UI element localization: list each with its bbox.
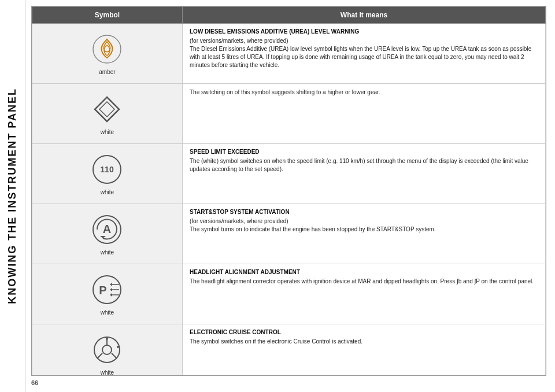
symbols-table: Symbol What it means xyxy=(32,6,546,376)
symbol-label-startstop: white xyxy=(101,249,114,256)
page-number: 66 xyxy=(31,379,546,386)
startstop-icon: A xyxy=(90,212,125,247)
symbol-label-headlight: white xyxy=(101,309,114,316)
svg-point-21 xyxy=(106,338,108,340)
symbol-cell-headlight: P white xyxy=(32,264,183,324)
desc-text-diamond: The switching on of this symbol suggests… xyxy=(190,88,538,97)
svg-line-20 xyxy=(97,353,102,358)
desc-text-startstop: (for versions/markets, where provided)Th… xyxy=(190,217,538,234)
desc-cell-diamond: The switching on of this symbol suggests… xyxy=(183,84,546,144)
speed-limit-icon: 110 xyxy=(90,152,125,187)
desc-cell-urea: LOW DIESEL EMISSIONS ADDITIVE (UREA) LEV… xyxy=(183,24,546,84)
desc-text-headlight: The headlight alignment corrector operat… xyxy=(190,278,538,286)
svg-marker-15 xyxy=(110,293,112,297)
svg-marker-13 xyxy=(110,283,112,286)
symbol-cell-speed: 110 white xyxy=(32,144,183,204)
cruise-control-icon xyxy=(90,332,125,367)
svg-text:A: A xyxy=(103,223,111,235)
table-row: white The switching on of this symbol su… xyxy=(32,84,546,144)
symbol-cell-cruise: white xyxy=(32,324,183,376)
main-content: Symbol What it means xyxy=(25,0,555,392)
table-row: 110 white SPEED LIMIT EXCEEDED The (whit… xyxy=(32,144,546,204)
instrument-table: Symbol What it means xyxy=(31,6,546,376)
symbol-urea-container: amber xyxy=(37,27,177,80)
svg-marker-2 xyxy=(99,102,114,117)
desc-text-cruise: The symbol switches on if the electronic… xyxy=(190,338,538,346)
symbol-label-diamond: white xyxy=(101,129,114,135)
col-header-symbol: Symbol xyxy=(32,7,183,24)
symbol-cruise-container: white xyxy=(37,328,177,376)
desc-text-speed: The (white) symbol switches on when the … xyxy=(190,157,538,173)
desc-title-cruise: ELECTRONIC CRUISE CONTROL xyxy=(190,329,538,335)
svg-point-17 xyxy=(102,345,112,354)
symbol-label-cruise: white xyxy=(101,369,114,376)
desc-title-urea: LOW DIESEL EMISSIONS ADDITIVE (UREA) LEV… xyxy=(190,28,538,35)
symbol-cell-startstop: A white xyxy=(32,204,183,264)
symbol-cell-diamond: white xyxy=(32,84,183,144)
symbol-label-speed: white xyxy=(101,189,114,195)
table-row: P white xyxy=(32,264,546,324)
headlight-icon: P xyxy=(90,272,125,307)
desc-title-headlight: HEADLIGHT ALIGNMENT ADJUSTMENT xyxy=(190,269,538,275)
svg-text:P: P xyxy=(99,284,106,297)
sidebar: KNOWING THE INSTRUMENT PANEL xyxy=(0,0,25,392)
desc-title-startstop: START&STOP SYSTEM ACTIVATION xyxy=(190,209,538,215)
symbol-speed-container: 110 white xyxy=(37,147,177,200)
symbol-diamond-container: white xyxy=(37,87,177,140)
urea-icon xyxy=(90,32,125,66)
svg-point-22 xyxy=(117,346,119,348)
desc-cell-startstop: START&STOP SYSTEM ACTIVATION (for versio… xyxy=(183,204,546,264)
desc-title-speed: SPEED LIMIT EXCEEDED xyxy=(190,149,538,155)
symbol-label-urea: amber xyxy=(99,69,115,75)
table-row: white ELECTRONIC CRUISE CONTROL The symb… xyxy=(32,324,546,376)
table-row: A white START&STOP SYSTEM ACTIVATION ( xyxy=(32,204,546,264)
svg-marker-14 xyxy=(110,288,112,291)
symbol-headlight-container: P white xyxy=(37,268,177,320)
svg-text:110: 110 xyxy=(100,165,114,174)
col-header-meaning: What it means xyxy=(183,7,546,24)
desc-cell-headlight: HEADLIGHT ALIGNMENT ADJUSTMENT The headl… xyxy=(183,264,546,324)
symbol-cell-urea: amber xyxy=(32,24,183,84)
desc-cell-cruise: ELECTRONIC CRUISE CONTROL The symbol swi… xyxy=(183,324,546,376)
table-row: amber LOW DIESEL EMISSIONS ADDITIVE (URE… xyxy=(32,24,546,84)
desc-text-urea: (for versions/markets, where provided)Th… xyxy=(190,37,538,69)
sidebar-title: KNOWING THE INSTRUMENT PANEL xyxy=(6,88,18,304)
desc-cell-speed: SPEED LIMIT EXCEEDED The (white) symbol … xyxy=(183,144,546,204)
symbol-startstop-container: A white xyxy=(37,208,177,260)
svg-marker-1 xyxy=(95,97,119,121)
svg-marker-7 xyxy=(100,236,106,238)
svg-line-19 xyxy=(112,353,117,358)
diamond-icon xyxy=(90,92,125,127)
